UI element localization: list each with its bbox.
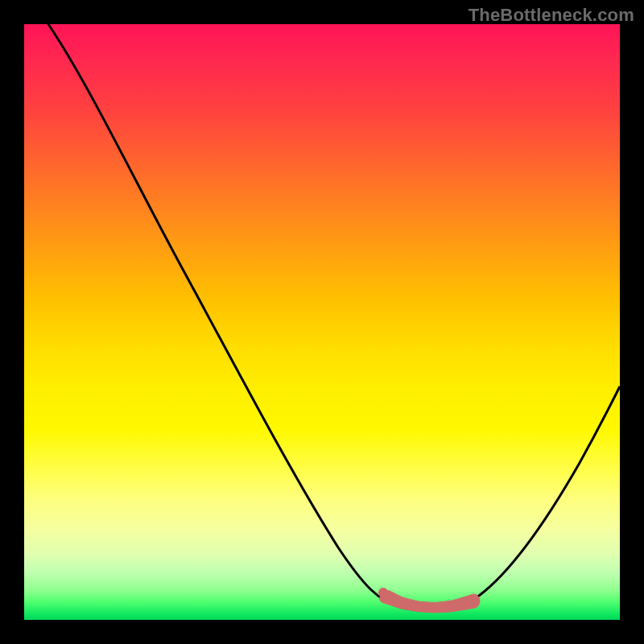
bottleneck-curve — [24, 0, 620, 610]
watermark-text: TheBottleneck.com — [469, 5, 634, 26]
optimal-point-dot — [378, 588, 388, 597]
chart-svg-layer — [24, 24, 620, 620]
chart-frame: TheBottleneck.com — [0, 0, 644, 644]
chart-plot-area — [24, 24, 620, 620]
optimal-range-marker — [380, 591, 480, 613]
